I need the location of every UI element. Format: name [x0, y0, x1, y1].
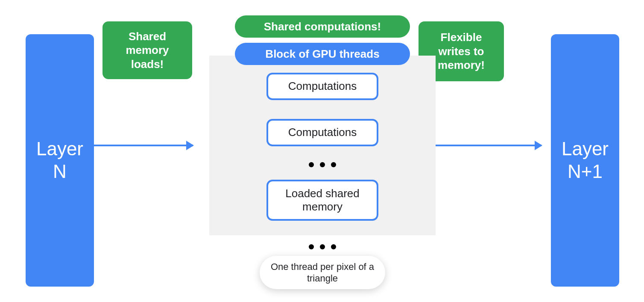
- gpu-block-header: Block of GPU threads: [235, 43, 410, 65]
- layer-n-plus-1-box: LayerN+1: [551, 34, 619, 287]
- thread-caption-text: One thread per pixel of a triangle: [267, 261, 378, 284]
- callout-shared-computations: Shared computations!: [235, 15, 410, 38]
- callout-shared-comp-text: Shared computations!: [264, 20, 381, 34]
- layer-n-plus-1-label: LayerN+1: [562, 138, 609, 183]
- callout-shared-memory-loads: Shared memory loads!: [102, 21, 192, 79]
- arrow-block-to-layer-n-plus-1: [436, 145, 542, 146]
- dot-icon: [309, 244, 314, 249]
- computation-box-1-text: Computations: [288, 80, 357, 93]
- callout-loads-text: Shared memory loads!: [112, 30, 183, 71]
- computation-box-2: Computations: [266, 119, 378, 146]
- dot-icon: [309, 162, 314, 167]
- computation-box-1: Computations: [266, 73, 378, 100]
- dot-icon: [320, 244, 325, 249]
- callout-writes-text: Flexible writes to memory!: [428, 30, 495, 72]
- layer-n-label: LayerN: [36, 138, 83, 183]
- layer-n-box: LayerN: [26, 34, 94, 287]
- ellipsis-outer: [299, 240, 346, 253]
- shared-memory-box-text: Loaded shared memory: [276, 187, 369, 213]
- thread-caption: One thread per pixel of a triangle: [260, 256, 385, 289]
- shared-memory-box: Loaded shared memory: [266, 180, 378, 221]
- dot-icon: [331, 244, 336, 249]
- gpu-block-header-text: Block of GPU threads: [265, 47, 379, 61]
- ellipsis-inner: [299, 158, 346, 171]
- dot-icon: [320, 162, 325, 167]
- computation-box-2-text: Computations: [288, 126, 357, 139]
- dot-icon: [331, 162, 336, 167]
- arrow-layer-n-to-block: [94, 145, 193, 146]
